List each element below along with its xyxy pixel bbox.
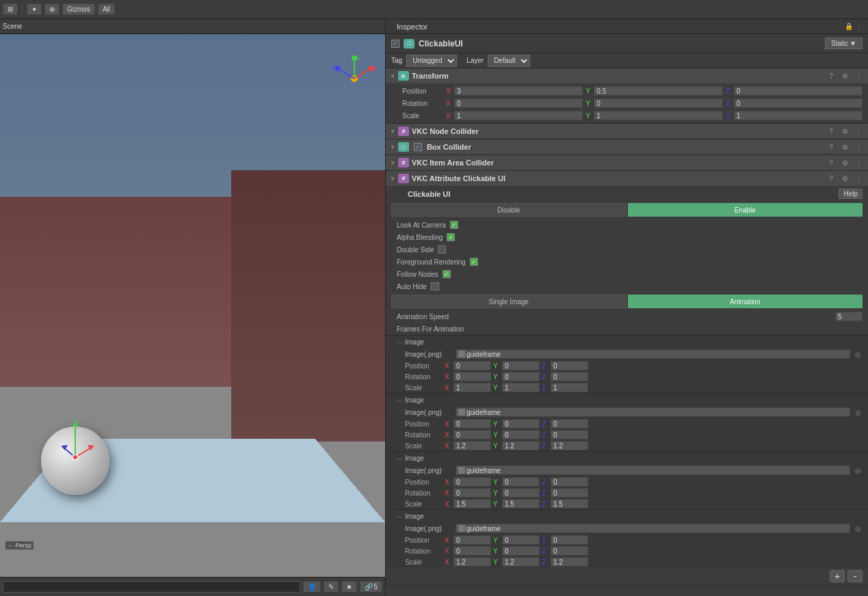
image-2-png-field[interactable]: guideframe [456,465,850,475]
follow-nodes-checkbox[interactable] [443,270,451,278]
scene-tool-1[interactable]: 👤 [303,581,321,593]
image-1-rot-y-input[interactable] [502,430,540,439]
layer-select[interactable]: Default [488,55,530,67]
position-z-input[interactable] [734,86,863,96]
look-at-camera-checkbox[interactable] [450,221,458,229]
transform-help-btn[interactable]: ? [826,70,837,81]
image-3-pos-z-input[interactable] [551,535,588,545]
transform-menu-icon[interactable]: ⋮ [853,70,864,81]
vkc-node-collider-settings-icon[interactable]: ⚙ [839,126,850,137]
image-0-rot-y-input[interactable] [502,372,540,381]
image-2-rot-z-input[interactable] [551,488,588,498]
scene-tool-3[interactable]: ★ [341,581,357,593]
lock-icon[interactable]: 🔒 [845,23,853,30]
remove-image-button[interactable]: - [847,570,863,582]
auto-hide-checkbox[interactable] [431,282,439,290]
position-y-input[interactable] [594,86,722,96]
inspector-tab-label[interactable]: Inspector [391,23,433,31]
object-enabled-checkbox[interactable] [391,40,399,48]
box-collider-enabled-checkbox[interactable] [414,143,422,151]
vkc-attribute-help-btn[interactable]: ? [826,173,837,184]
vkc-item-area-collider-header[interactable]: ▼ # VKC Item Area Collider ? ⚙ ⋮ [386,155,868,170]
image-header-3[interactable]: — Image [386,510,868,522]
image-1-scl-z-input[interactable] [551,441,588,450]
toolbar-icon[interactable]: ⊞ [3,3,18,15]
scene-tool-4[interactable]: 🔗 5 [360,581,382,593]
image-header-0[interactable]: — Image [386,336,868,348]
vkc-attribute-clickable-ui-header[interactable]: ▼ # VKC Attribute Clickable UI ? ⚙ ⋮ [386,171,868,186]
image-0-rot-x-input[interactable] [453,372,491,381]
help-button[interactable]: Help [839,189,863,199]
scene-search-input[interactable] [3,581,300,593]
add-image-button[interactable]: + [830,570,845,582]
image-0-pos-z-input[interactable] [551,361,588,370]
box-collider-menu-icon[interactable]: ⋮ [853,141,864,152]
scale-y-input[interactable] [594,111,722,120]
enable-button[interactable]: Enable [628,203,863,217]
image-header-1[interactable]: — Image [386,394,868,406]
scene-tool-2[interactable]: ✎ [324,581,339,593]
transform-header[interactable]: ▼ ⊕ Transform ? ⚙ ⋮ [386,68,868,83]
toolbar-transform[interactable]: ⊕ [44,3,60,15]
image-2-rot-x-input[interactable] [453,488,491,498]
vkc-item-area-collider-menu-icon[interactable]: ⋮ [853,157,864,168]
animation-button[interactable]: Animation [628,295,863,308]
toolbar-move[interactable]: ✦ [27,3,42,15]
image-1-scl-x-input[interactable] [453,441,491,450]
vkc-node-collider-header[interactable]: ▼ # VKC Node Collider ? ⚙ ⋮ [386,124,868,139]
image-0-scl-z-input[interactable] [551,383,588,392]
foreground-rendering-checkbox[interactable] [470,258,478,266]
image-2-eye-icon[interactable]: ◎ [853,465,863,475]
vkc-item-area-collider-settings-icon[interactable]: ⚙ [839,157,850,168]
image-0-scl-x-input[interactable] [453,383,491,392]
image-3-png-field[interactable]: guideframe [456,524,850,533]
rotation-x-input[interactable] [454,98,583,108]
alpha-blending-checkbox[interactable] [447,233,455,241]
rotation-z-input[interactable] [734,98,863,108]
image-3-rot-z-input[interactable] [551,546,588,556]
transform-settings-icon[interactable]: ⚙ [839,70,850,81]
image-3-scl-z-input[interactable] [551,557,588,567]
image-1-rot-x-input[interactable] [453,430,491,439]
vkc-attribute-settings-icon[interactable]: ⚙ [839,173,850,184]
image-0-png-field[interactable]: guideframe [456,349,850,359]
image-3-scl-x-input[interactable] [453,557,491,567]
image-3-eye-icon[interactable]: ◎ [853,524,863,533]
image-3-rot-x-input[interactable] [453,546,491,556]
image-1-rot-z-input[interactable] [551,430,588,439]
image-3-pos-x-input[interactable] [453,535,491,545]
vkc-attribute-menu-icon[interactable]: ⋮ [853,173,864,184]
vkc-item-area-collider-help-btn[interactable]: ? [826,157,837,168]
image-1-pos-x-input[interactable] [453,419,491,429]
image-2-pos-x-input[interactable] [453,477,491,487]
double-side-checkbox[interactable] [438,245,446,254]
image-1-eye-icon[interactable]: ◎ [853,407,863,417]
vkc-node-collider-help-btn[interactable]: ? [826,126,837,137]
position-x-input[interactable] [454,86,583,96]
image-1-scl-y-input[interactable] [502,441,540,450]
scale-z-input[interactable] [734,111,863,120]
box-collider-header[interactable]: ▼ ⬡ Box Collider ? ⚙ ⋮ [386,139,868,154]
animation-speed-input[interactable] [835,312,863,321]
image-2-scl-y-input[interactable] [502,499,540,509]
image-0-scl-y-input[interactable] [502,383,540,392]
disable-button[interactable]: Disable [391,203,627,217]
single-image-button[interactable]: Single Image [391,295,627,308]
box-collider-help-btn[interactable]: ? [826,141,837,152]
image-header-2[interactable]: — Image [386,452,868,464]
image-2-pos-z-input[interactable] [551,477,588,487]
toolbar-gizmos[interactable]: Gizmos [62,3,95,15]
image-2-pos-y-input[interactable] [502,477,540,487]
scale-x-input[interactable] [454,111,583,120]
scene-canvas[interactable]: X Y Z ← Persp [0,34,385,577]
rotation-y-input[interactable] [594,98,722,108]
image-0-rot-z-input[interactable] [551,372,588,381]
box-collider-settings-icon[interactable]: ⚙ [839,141,850,152]
image-0-eye-icon[interactable]: ◎ [853,349,863,359]
tag-select[interactable]: Untagged [406,55,457,67]
image-1-png-field[interactable]: guideframe [456,407,850,417]
image-3-rot-y-input[interactable] [502,546,540,556]
inspector-menu-icon[interactable]: ⋮ [856,23,863,30]
image-2-rot-y-input[interactable] [502,488,540,498]
image-0-pos-x-input[interactable] [453,361,491,370]
